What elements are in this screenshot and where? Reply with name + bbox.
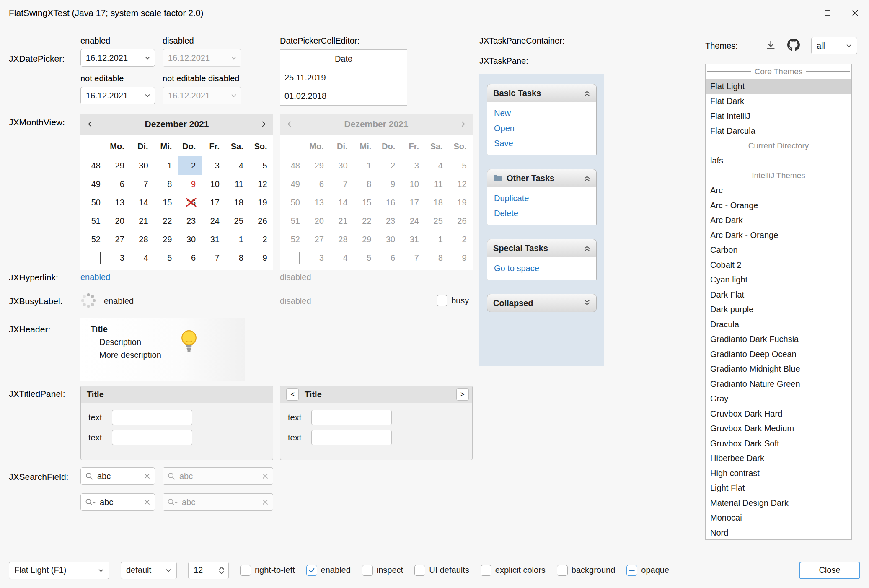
day-cell[interactable]: 18 [225,193,249,212]
day-cell[interactable]: 27 [106,230,130,249]
theme-list-item[interactable]: Flat Darcula [706,124,851,139]
table-row[interactable]: 25.11.2019 [280,68,407,87]
theme-list-item[interactable]: Dracula [706,317,851,332]
theme-list-item[interactable]: Gradianto Midnight Blue [706,362,851,377]
day-cell[interactable]: 25 [225,212,249,230]
theme-list-item[interactable]: Arc - Orange [706,198,851,213]
checkbox-enabled[interactable]: enabled [306,565,351,576]
day-cell[interactable]: 19 [249,193,273,212]
theme-list-item[interactable]: Gray [706,391,851,407]
close-button[interactable]: Close [799,562,860,579]
day-cell[interactable]: 30 [178,230,202,249]
search-menu-icon[interactable] [85,498,96,506]
theme-list-item[interactable]: Gruvbox Dark Soft [706,436,851,451]
next-month-button[interactable] [254,120,273,128]
checkbox-box[interactable] [240,565,251,576]
collapse-icon[interactable] [583,174,591,182]
day-cell[interactable]: 7 [130,175,154,193]
font-size-value[interactable]: 12 [189,565,215,575]
day-cell[interactable]: 11 [225,175,249,193]
day-cell[interactable]: 22 [154,212,178,230]
close-window-button[interactable] [841,0,869,26]
task-link[interactable]: New [494,107,590,119]
theme-list-item[interactable]: Carbon [706,243,851,258]
theme-list-item[interactable]: Hiberbee Dark [706,451,851,466]
font-size-spinner[interactable]: 12 [188,562,229,579]
theme-list-item[interactable]: Gradianto Dark Fuchsia [706,332,851,347]
maximize-button[interactable] [814,0,841,26]
theme-list-item[interactable]: Dark Flat [706,288,851,303]
task-pane-header[interactable]: Other Tasks [487,169,597,187]
theme-list-item[interactable]: Arc [706,183,851,198]
day-cell[interactable]: 4 [225,156,249,175]
day-cell[interactable]: 2 [178,156,202,175]
search-value[interactable]: abc [100,497,140,507]
day-cell[interactable]: 29 [106,156,130,175]
date-picker-enabled[interactable]: 16.12.2021 [80,49,155,67]
spinner-down-button[interactable] [219,571,225,575]
theme-list-item[interactable]: lafs [706,153,851,168]
day-cell[interactable]: 8 [225,249,249,267]
day-cell[interactable]: 1 [154,156,178,175]
text-input[interactable] [112,410,192,425]
font-combo[interactable]: default [121,562,177,579]
day-cell[interactable]: 6 [106,175,130,193]
table-row[interactable]: 01.02.2018 [280,87,407,105]
theme-list-item[interactable]: Light Flat [706,481,851,496]
theme-list-item[interactable]: Gradianto Deep Ocean [706,347,851,362]
theme-list-item[interactable]: High contrast [706,466,851,481]
checkbox-box[interactable] [557,565,568,576]
theme-list-item[interactable]: Cyan light [706,272,851,288]
text-input[interactable] [311,430,392,445]
checkbox-box[interactable] [626,565,637,576]
minimize-button[interactable] [786,0,814,26]
day-cell[interactable]: 13 [106,193,130,212]
theme-list-item[interactable]: Flat Light [706,79,851,94]
expand-icon[interactable] [583,299,591,307]
day-cell[interactable]: 26 [249,212,273,230]
clear-icon[interactable] [144,499,150,505]
theme-list-item[interactable]: Dark purple [706,302,851,317]
download-icon[interactable] [765,39,776,51]
day-cell[interactable]: 15 [154,193,178,212]
month-view-enabled[interactable]: Dezember 2021Mo.Di.Mi.Do.Fr.Sa.So.482930… [80,114,273,270]
checkbox-inspect[interactable]: inspect [362,565,403,576]
laf-combo[interactable]: Flat Light (F1) [9,562,109,579]
day-cell[interactable]: 5 [249,156,273,175]
checkbox-box[interactable] [306,565,317,576]
search-field-with-menu[interactable]: abc [80,493,155,511]
day-cell[interactable]: 1 [225,230,249,249]
task-pane-header[interactable]: Basic Tasks [487,84,597,102]
day-cell[interactable]: 28 [130,230,154,249]
theme-list-item[interactable]: Arc Dark - Orange [706,228,851,243]
task-link[interactable]: Go to space [494,262,590,274]
search-value[interactable]: abc [97,471,140,481]
checkbox-background[interactable]: background [557,565,616,576]
theme-list-item[interactable]: Monocai [706,510,851,526]
text-input[interactable] [311,410,392,425]
day-cell[interactable]: 30 [130,156,154,175]
spinner-up-button[interactable] [219,566,225,570]
day-cell[interactable]: 31 [202,230,225,249]
titled-panel-prev-button[interactable]: < [286,388,299,401]
day-cell[interactable]: 3 [202,156,225,175]
task-link[interactable]: Delete [494,207,590,219]
titled-panel-next-button[interactable]: > [456,388,469,401]
checkbox-busy[interactable]: busy [437,295,469,306]
checkbox-opaque[interactable]: opaque [626,565,669,576]
day-cell[interactable]: 9 [178,175,202,193]
date-picker-dropdown-button[interactable] [140,49,155,66]
clear-icon[interactable] [144,473,150,479]
day-cell[interactable]: 9 [249,249,273,267]
date-picker-value[interactable]: 16.12.2021 [81,91,140,101]
day-cell[interactable]: 14 [130,193,154,212]
checkbox-ui-defaults[interactable]: UI defaults [414,565,469,576]
day-cell[interactable]: 17 [202,193,225,212]
theme-list-item[interactable]: Flat IntelliJ [706,109,851,124]
day-cell[interactable]: 20 [106,212,130,230]
search-field-enabled[interactable]: abc [80,467,155,485]
day-cell[interactable]: 24 [202,212,225,230]
theme-list-item[interactable]: Nord [706,526,851,540]
day-cell[interactable]: 12 [249,175,273,193]
task-pane-header[interactable]: Collapsed [487,294,597,312]
